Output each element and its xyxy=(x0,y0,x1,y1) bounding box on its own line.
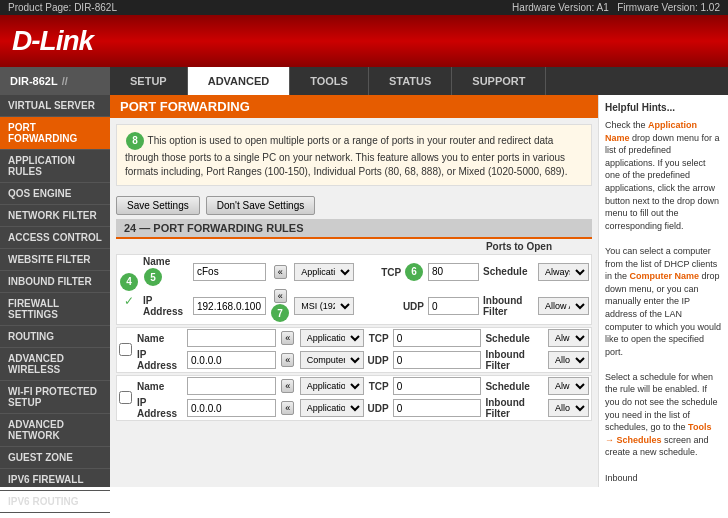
sched-select-2[interactable]: Always xyxy=(548,329,589,347)
arrow-btn-ip-2[interactable]: « xyxy=(281,353,294,367)
name-input-2[interactable] xyxy=(187,329,276,347)
inbound-select-2[interactable]: Allow All xyxy=(548,351,589,369)
computer-name-link: Computer Name xyxy=(630,271,700,281)
sched-label-3: Schedule xyxy=(485,381,529,392)
device-model: DIR-862L // xyxy=(0,67,110,95)
tab-tools[interactable]: TOOLS xyxy=(290,67,369,95)
inbound-label-3: Inbound Filter xyxy=(485,397,524,419)
sidebar-item-network-filter[interactable]: NETWORK FILTER xyxy=(0,205,110,227)
section-title: PORT FORWARDING xyxy=(110,95,598,118)
ip-label-1: IP Address xyxy=(143,295,183,317)
description-text: This option is used to open multiple por… xyxy=(125,135,567,177)
tcp-input-3[interactable] xyxy=(393,377,482,395)
rule-row-2: Name « Application Name TCP Schedule Alw… xyxy=(116,327,592,373)
badge-5: 5 xyxy=(144,268,162,286)
tcp-label-3: TCP xyxy=(369,381,389,392)
name-input-1[interactable] xyxy=(193,263,266,281)
rule-row-3: Name « Application Name TCP Schedule Alw… xyxy=(116,375,592,421)
help-text-2: You can select a computer from the list … xyxy=(605,245,722,358)
ip-select-2[interactable]: Computer Name xyxy=(300,351,364,369)
tab-setup[interactable]: SETUP xyxy=(110,67,188,95)
button-row: Save Settings Don't Save Settings xyxy=(110,192,598,219)
sidebar-item-firewall-settings[interactable]: FIREWALL SETTINGS xyxy=(0,293,110,326)
sched-select-3[interactable]: Always xyxy=(548,377,589,395)
app-name-link: Application Name xyxy=(605,120,697,143)
nav-tabs: SETUP ADVANCED TOOLS STATUS SUPPORT xyxy=(110,67,728,95)
inbound-select-3[interactable]: Allow All xyxy=(548,399,589,417)
checkmark-icon: ✓ xyxy=(124,294,134,308)
sidebar-item-ipv6-routing[interactable]: IPV6 ROUTING xyxy=(0,491,110,513)
hw-fw-info: Hardware Version: A1 Firmware Version: 1… xyxy=(512,2,720,13)
sched-select-1[interactable]: Always xyxy=(538,263,589,281)
arrow-btn-1[interactable]: « xyxy=(274,265,287,279)
rules-header: 24 — PORT FORWARDING RULES xyxy=(116,219,592,239)
tools-schedules-link[interactable]: Tools → Schedules xyxy=(605,422,711,445)
sched-label-2: Schedule xyxy=(485,333,529,344)
sidebar-item-website-filter[interactable]: WEBSITE FILTER xyxy=(0,249,110,271)
udp-input-2[interactable] xyxy=(393,351,482,369)
ip-select-3[interactable]: Application Name xyxy=(300,399,364,417)
arrow-btn-2[interactable]: « xyxy=(281,331,294,345)
product-info: Product Page: DIR-862L xyxy=(8,2,117,13)
ip-label-3: IP Address xyxy=(137,397,177,419)
arrow-btn-ip-3[interactable]: « xyxy=(281,401,294,415)
app-name-select-1[interactable]: Application Name xyxy=(294,263,354,281)
tcp-input-1[interactable] xyxy=(428,263,479,281)
sidebar-item-virtual-server[interactable]: VIRTUAL SERVER xyxy=(0,95,110,117)
tab-support[interactable]: SUPPORT xyxy=(452,67,546,95)
dont-save-settings-button[interactable]: Don't Save Settings xyxy=(206,196,316,215)
udp-input-1[interactable] xyxy=(428,297,479,315)
arrow-btn-3[interactable]: « xyxy=(281,379,294,393)
sidebar-item-wifi-protected-setup[interactable]: WI-FI PROTECTED SETUP xyxy=(0,381,110,414)
nav-bar: DIR-862L // SETUP ADVANCED TOOLS STATUS … xyxy=(0,67,728,95)
rule-2-checkbox[interactable] xyxy=(119,343,132,356)
save-settings-button[interactable]: Save Settings xyxy=(116,196,200,215)
udp-input-3[interactable] xyxy=(393,399,482,417)
badge-7: 7 xyxy=(271,304,289,322)
ip-input-2[interactable] xyxy=(187,351,276,369)
inbound-label-2: Inbound Filter xyxy=(485,349,524,371)
tcp-input-2[interactable] xyxy=(393,329,482,347)
top-bar: Product Page: DIR-862L Hardware Version:… xyxy=(0,0,728,15)
content-area: PORT FORWARDING 8 This option is used to… xyxy=(110,95,598,487)
main-layout: VIRTUAL SERVER PORT FORWARDING APPLICATI… xyxy=(0,95,728,487)
ip-label-2: IP Address xyxy=(137,349,177,371)
tab-advanced[interactable]: ADVANCED xyxy=(188,67,291,95)
tab-status[interactable]: STATUS xyxy=(369,67,452,95)
sidebar-item-qos-engine[interactable]: QOS ENGINE xyxy=(0,183,110,205)
rule-row-1: 4 ✓ Name 5 « Application Name TCP 6 xyxy=(116,254,592,325)
arrow-btn-ip-1[interactable]: « xyxy=(274,289,287,303)
inbound-select-1[interactable]: Allow All xyxy=(538,297,589,315)
help-text-inbound: Inbound xyxy=(605,472,722,485)
description-box: 8 This option is used to open multiple p… xyxy=(116,124,592,186)
sidebar-item-port-forwarding[interactable]: PORT FORWARDING xyxy=(0,117,110,150)
inbound-label-1: Inbound Filter xyxy=(483,295,522,317)
sidebar-item-advanced-wireless[interactable]: ADVANCED WIRELESS xyxy=(0,348,110,381)
app-name-select-2[interactable]: Application Name xyxy=(300,329,364,347)
tcp-label-1: TCP xyxy=(381,266,401,277)
sidebar-item-advanced-network[interactable]: ADVANCED NETWORK xyxy=(0,414,110,447)
ip-input-3[interactable] xyxy=(187,399,276,417)
name-input-3[interactable] xyxy=(187,377,276,395)
sidebar-item-inbound-filter[interactable]: INBOUND FILTER xyxy=(0,271,110,293)
rule-3-checkbox[interactable] xyxy=(119,391,132,404)
name-label-3: Name xyxy=(137,381,164,392)
sidebar-item-guest-zone[interactable]: GUEST ZONE xyxy=(0,447,110,469)
help-text-1: Check the Application Name drop down men… xyxy=(605,119,722,232)
sidebar-item-application-rules[interactable]: APPLICATION RULES xyxy=(0,150,110,183)
name-label-1: Name xyxy=(143,256,170,267)
sidebar-item-routing[interactable]: ROUTING xyxy=(0,326,110,348)
tcp-label-2: TCP xyxy=(369,333,389,344)
name-label-2: Name xyxy=(137,333,164,344)
app-name-select-3[interactable]: Application Name xyxy=(300,377,364,395)
ip-input-1[interactable] xyxy=(193,297,266,315)
ip-select-1[interactable]: MSI (192.168.0.100 ) xyxy=(294,297,354,315)
help-panel: Helpful Hints... Check the Application N… xyxy=(598,95,728,487)
udp-label-3: UDP xyxy=(368,403,389,414)
sidebar-item-access-control[interactable]: ACCESS CONTROL xyxy=(0,227,110,249)
sidebar-item-ipv6-firewall[interactable]: IPV6 FIREWALL xyxy=(0,469,110,491)
ports-to-open-label: Ports to Open xyxy=(116,239,592,254)
badge-6: 6 xyxy=(405,263,423,281)
sidebar: VIRTUAL SERVER PORT FORWARDING APPLICATI… xyxy=(0,95,110,487)
help-title: Helpful Hints... xyxy=(605,101,722,115)
